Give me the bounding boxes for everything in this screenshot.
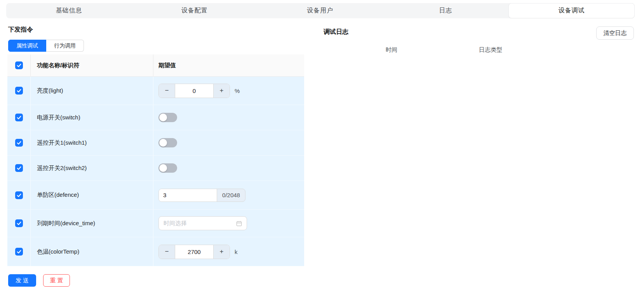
plus-button[interactable]: + <box>213 84 230 98</box>
plus-icon: + <box>220 87 224 95</box>
tab-property-debug[interactable]: 属性调试 <box>8 40 46 52</box>
table-row: 单防区(defence) 0/2048 <box>7 181 304 210</box>
tab-device-users[interactable]: 设备用户 <box>257 3 383 18</box>
date-placeholder: 时间选择 <box>164 220 187 227</box>
defence-input-group: 0/2048 <box>158 189 245 202</box>
row-label: 单防区(defence) <box>37 191 79 199</box>
reset-button[interactable]: 重 置 <box>43 274 70 287</box>
table-row: 到期时间(device_time) 时间选择 <box>7 210 304 237</box>
power-switch-toggle[interactable] <box>158 113 177 122</box>
brightness-stepper: − + <box>158 84 230 98</box>
check-icon <box>16 88 22 93</box>
row-checkbox[interactable] <box>15 87 23 95</box>
row-label: 色温(colorTemp) <box>37 248 79 256</box>
row-checkbox[interactable] <box>15 191 23 199</box>
command-panel-title: 下发指令 <box>8 26 33 34</box>
device-time-picker[interactable]: 时间选择 <box>158 216 247 230</box>
check-icon <box>16 140 22 145</box>
debug-mode-switcher: 属性调试 行为调用 <box>8 40 84 52</box>
check-icon <box>16 63 22 68</box>
tab-basic-info[interactable]: 基础信息 <box>6 3 132 18</box>
row-label: 遥控开关2(switch2) <box>37 165 87 172</box>
clear-logs-button[interactable]: 清空日志 <box>596 26 634 40</box>
table-row: 色温(colorTemp) − + k <box>7 237 304 266</box>
remote-switch1-toggle[interactable] <box>158 138 177 147</box>
toggle-knob <box>159 164 167 172</box>
row-checkbox[interactable] <box>15 248 23 256</box>
minus-icon: − <box>165 248 169 256</box>
command-actions: 发 送 重 置 <box>8 274 70 287</box>
device-debug-page: 基础信息 设备配置 设备用户 日志 设备调试 下发指令 属性调试 行为调用 功能… <box>0 0 644 296</box>
toggle-knob <box>159 114 167 121</box>
unit-label: % <box>235 88 240 94</box>
row-label: 到期时间(device_time) <box>37 220 95 227</box>
minus-icon: − <box>165 87 169 95</box>
tab-device-debug[interactable]: 设备调试 <box>508 3 635 18</box>
char-counter: 0/2048 <box>217 189 245 201</box>
check-icon <box>16 249 22 254</box>
check-icon <box>16 221 22 226</box>
select-all-checkbox[interactable] <box>15 61 23 69</box>
table-header-row: 功能名称/标识符 期望值 <box>7 54 304 77</box>
tab-device-config[interactable]: 设备配置 <box>132 3 257 18</box>
table-row: 电源开关(switch) <box>7 105 304 130</box>
row-label: 遥控开关1(switch1) <box>37 139 87 147</box>
check-icon <box>16 165 22 171</box>
remote-switch2-toggle[interactable] <box>158 163 177 173</box>
color-temp-stepper: − + <box>158 245 230 259</box>
row-label: 亮度(light) <box>37 87 63 95</box>
log-column-time: 时间 <box>386 46 397 54</box>
tab-action-invoke[interactable]: 行为调用 <box>46 40 84 52</box>
color-temp-input[interactable] <box>175 245 213 259</box>
brightness-input[interactable] <box>175 84 213 98</box>
table-row: 亮度(light) − + % <box>7 77 304 105</box>
send-button[interactable]: 发 送 <box>8 274 36 287</box>
row-checkbox[interactable] <box>15 114 23 121</box>
defence-input[interactable] <box>159 189 217 201</box>
row-checkbox[interactable] <box>15 139 23 147</box>
table-row: 遥控开关2(switch2) <box>7 156 304 181</box>
log-column-type: 日志类型 <box>479 46 502 54</box>
check-icon <box>16 115 22 120</box>
plus-button[interactable]: + <box>213 245 230 259</box>
row-label: 电源开关(switch) <box>37 114 80 121</box>
calendar-icon <box>236 221 242 226</box>
unit-label: k <box>235 249 238 255</box>
log-panel-title: 调试日志 <box>324 28 348 36</box>
column-header-name: 功能名称/标识符 <box>37 62 79 69</box>
table-row: 遥控开关1(switch1) <box>7 130 304 156</box>
column-header-value: 期望值 <box>158 62 176 69</box>
row-checkbox[interactable] <box>15 164 23 172</box>
top-tabbar: 基础信息 设备配置 设备用户 日志 设备调试 <box>6 3 635 18</box>
tab-logs[interactable]: 日志 <box>383 3 508 18</box>
minus-button[interactable]: − <box>159 84 175 98</box>
property-table: 功能名称/标识符 期望值 亮度(light) − + % <box>7 54 304 266</box>
toggle-knob <box>159 139 167 147</box>
plus-icon: + <box>220 248 224 256</box>
minus-button[interactable]: − <box>159 245 175 259</box>
row-checkbox[interactable] <box>15 219 23 227</box>
check-icon <box>16 193 22 198</box>
